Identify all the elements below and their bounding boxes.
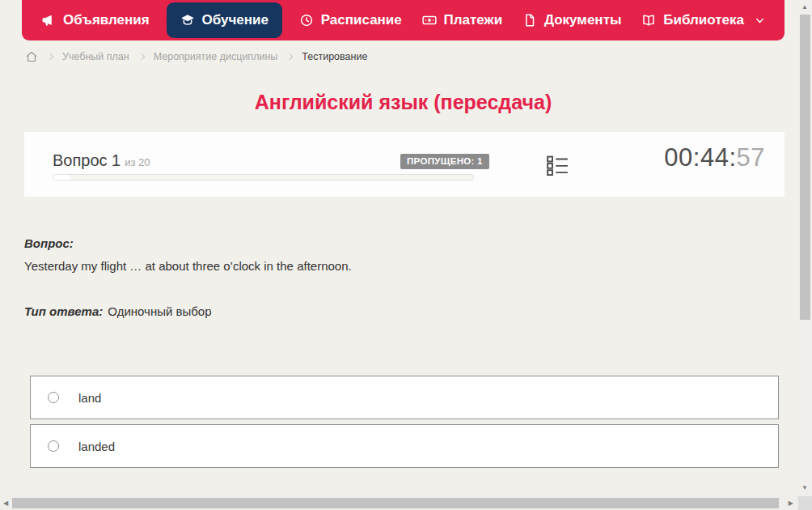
horizontal-scrollbar-thumb[interactable] (12, 498, 779, 508)
megaphone-icon (41, 13, 56, 28)
nav-item-schedule[interactable]: Расписание (296, 2, 405, 38)
question-list-icon[interactable] (547, 155, 569, 176)
question-header-card: Вопрос 1из 20 ПРОПУЩЕНО: 1 00:44:57 (24, 132, 785, 197)
document-icon (522, 13, 537, 28)
breadcrumb-item-discipline-event[interactable]: Мероприятие дисциплины (154, 51, 278, 62)
nav-item-payments[interactable]: Платежи (419, 2, 506, 38)
question-text: Yesterday my flight … at about three o’c… (24, 259, 768, 273)
scroll-up-arrow-icon[interactable]: ▲ (801, 4, 808, 11)
nav-item-label: Обучение (202, 12, 269, 28)
question-number: Вопрос 1из 20 (53, 151, 150, 170)
nav-item-label: Платежи (444, 12, 503, 28)
chevron-down-icon (751, 15, 765, 26)
question-number-label: Вопрос 1 (53, 151, 121, 169)
question-progress-bar (53, 174, 474, 181)
book-icon (641, 13, 656, 28)
option-label: land (78, 391, 101, 405)
main-navbar: Объявления Обучение Расписание Платежи Д… (22, 0, 785, 40)
radio-button[interactable] (48, 440, 59, 452)
answer-type-value: Одиночный выбор (108, 304, 211, 318)
breadcrumb-separator-icon (137, 53, 144, 59)
banknote-icon (422, 13, 437, 28)
vertical-scrollbar[interactable]: ▲ ▼ (798, 0, 812, 496)
breadcrumb-separator-icon (47, 53, 53, 59)
scroll-left-arrow-icon[interactable]: ◀ (3, 500, 8, 507)
nav-item-label: Библиотека (663, 12, 744, 28)
answer-type-row: Тип ответа:Одиночный выбор (24, 304, 768, 318)
test-page: Объявления Обучение Расписание Платежи Д… (0, 0, 812, 510)
question-body: Вопрос: Yesterday my flight … at about t… (24, 236, 768, 318)
scroll-right-arrow-icon[interactable]: ▶ (789, 500, 793, 507)
answer-type-label: Тип ответа: (24, 304, 103, 318)
home-icon[interactable] (25, 50, 38, 63)
breadcrumb-item-testing: Тестирование (302, 51, 367, 62)
progress-fill (53, 175, 70, 180)
question-label: Вопрос: (24, 236, 768, 250)
nav-item-library[interactable]: Библиотека (638, 2, 768, 38)
nav-item-announcements[interactable]: Объявления (38, 2, 153, 38)
scroll-down-arrow-icon[interactable]: ▼ (801, 485, 808, 491)
breadcrumb: Учебный план Мероприятие дисциплины Тест… (25, 50, 367, 63)
nav-item-label: Расписание (321, 12, 402, 28)
answer-options: land landed (30, 376, 779, 468)
option-label: landed (78, 440, 115, 453)
nav-item-label: Объявления (63, 12, 150, 28)
page-title: Английский язык (пересдача) (22, 91, 785, 114)
horizontal-scrollbar[interactable]: ◀ ▶ (0, 496, 798, 510)
question-total-label: из 20 (125, 156, 150, 168)
nav-item-learning[interactable]: Обучение (167, 2, 282, 38)
answer-option-landed[interactable]: landed (30, 424, 779, 468)
breadcrumb-separator-icon (286, 53, 293, 59)
graduation-cap-icon (180, 13, 195, 28)
clock-icon (299, 13, 314, 28)
vertical-scrollbar-thumb[interactable] (800, 15, 810, 320)
nav-item-documents[interactable]: Документы (519, 2, 625, 38)
radio-button[interactable] (48, 392, 59, 403)
scrollbar-corner (798, 496, 812, 510)
timer: 00:44:57 (664, 143, 765, 172)
timer-main: 00:44: (664, 143, 736, 172)
answer-option-land[interactable]: land (30, 376, 779, 419)
skipped-badge: ПРОПУЩЕНО: 1 (400, 154, 489, 169)
nav-item-label: Документы (544, 12, 622, 28)
breadcrumb-item-curriculum[interactable]: Учебный план (62, 51, 129, 62)
timer-seconds: 57 (737, 143, 765, 172)
